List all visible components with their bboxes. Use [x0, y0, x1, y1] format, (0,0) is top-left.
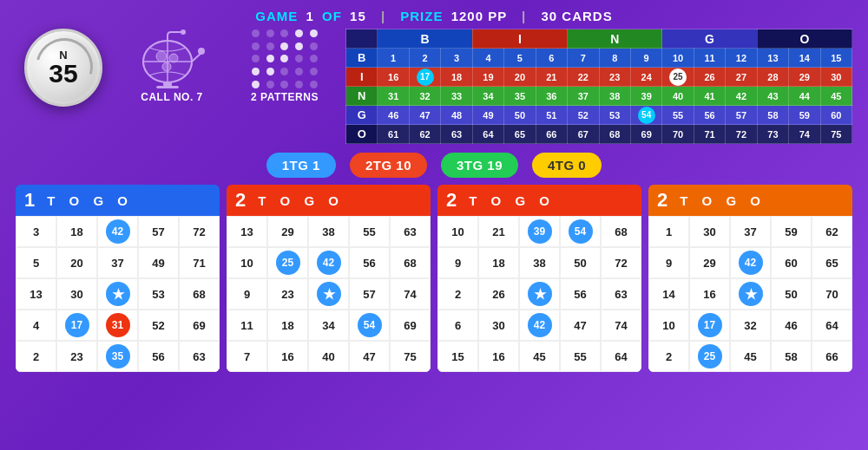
card-cell-1-1: 20 [56, 247, 97, 278]
card-cell-2-1: 26 [478, 278, 519, 310]
card-cell-4-2: 40 [308, 341, 349, 372]
tgo-pill-4TG0: 4TG 0 [532, 153, 602, 178]
card-cell-4-2: 45 [519, 341, 560, 372]
card-cell-3-2: 34 [308, 310, 349, 341]
card-cell-4-0: 15 [437, 341, 478, 372]
card-cell-1-4: 68 [390, 247, 431, 278]
card-cell-0-3: 57 [138, 216, 179, 247]
card-cell-2-4: 70 [812, 278, 852, 310]
card-cell-2-0: 9 [227, 278, 267, 310]
dot-3-2 [280, 68, 288, 75]
dot-2-1 [266, 55, 274, 62]
card-cell-1-4: 71 [179, 247, 220, 278]
card-cell-2-0: 14 [648, 278, 689, 310]
card-cell-1-0: 9 [437, 247, 478, 278]
card-header-0: 1T O G O [16, 185, 220, 216]
card-cell-2-3: 53 [138, 278, 179, 310]
card-cell-1-0: 9 [648, 247, 689, 278]
bingo-card-2: 2T O G O1021395468918385072226★566363042… [437, 185, 641, 372]
card-cell-1-3: 49 [138, 247, 179, 278]
card-cell-4-1: 25 [689, 341, 730, 372]
card-cell-3-4: 69 [390, 310, 431, 341]
card-cell-2-4: 68 [179, 278, 220, 310]
card-num-3: 2 [648, 185, 676, 216]
card-cell-3-3: 54 [349, 310, 390, 341]
card-cell-1-1: 18 [478, 247, 519, 278]
bingo-board: BINGOB123456789101112131415I161718192021… [345, 29, 852, 144]
dot-1-3 [295, 42, 303, 50]
card-cell-3-1: 17 [689, 310, 730, 341]
card-cell-3-2: 31 [97, 310, 138, 341]
card-grid-0: 3184257725203749711330★53684173152692233… [16, 216, 220, 372]
game-header: GAME 1 OF 15 | PRIZE 1200 PP | 30 CARDS [0, 0, 868, 29]
card-cell-4-1: 23 [56, 341, 97, 372]
dot-1-2 [280, 42, 288, 50]
card-cell-1-2: 42 [730, 247, 771, 278]
card-grid-3: 1303759629294260651416★50701017324664225… [648, 216, 852, 372]
card-cell-4-4: 64 [601, 341, 641, 372]
card-cell-3-3: 52 [138, 310, 179, 341]
card-cell-4-0: 2 [16, 341, 56, 372]
dot-4-0 [252, 81, 260, 88]
card-cell-2-1: 16 [689, 278, 730, 310]
prize-label: PRIZE [400, 9, 443, 23]
card-cell-0-4: 72 [179, 216, 220, 247]
card-cell-4-4: 66 [812, 341, 852, 372]
tgo-pill-1TG1: 1TG 1 [266, 153, 336, 178]
card-cell-4-3: 58 [771, 341, 812, 372]
card-cell-2-4: 63 [601, 278, 641, 310]
card-label-3: T O G O [676, 185, 769, 216]
dot-1-0 [252, 42, 260, 50]
tgo-pill-2TG10: 2TG 10 [350, 153, 427, 178]
card-cell-3-4: 69 [179, 310, 220, 341]
dot-4-2 [280, 81, 288, 88]
cards-value: 30 CARDS [541, 9, 612, 23]
card-cell-0-4: 68 [601, 216, 641, 247]
dot-0-4 [310, 29, 318, 37]
card-header-1: 2T O G O [227, 185, 431, 216]
card-cell-0-3: 54 [560, 216, 601, 247]
dot-1-1 [266, 42, 274, 50]
card-cell-4-3: 55 [560, 341, 601, 372]
card-cell-4-2: 45 [730, 341, 771, 372]
svg-point-11 [181, 29, 186, 35]
card-cell-0-1: 29 [267, 216, 308, 247]
sep2: | [522, 9, 526, 23]
card-cell-0-0: 10 [437, 216, 478, 247]
ball-letter: N [59, 49, 67, 61]
card-cell-4-0: 2 [648, 341, 689, 372]
card-header-3: 2T O G O [648, 185, 852, 216]
card-cell-1-3: 60 [771, 247, 812, 278]
card-cell-2-2: ★ [97, 278, 138, 310]
dot-3-1 [266, 68, 274, 75]
card-cell-0-1: 21 [478, 216, 519, 247]
main-area: N 35 CALL NO. 7 [0, 29, 868, 144]
dot-4-4 [310, 81, 318, 88]
card-cell-4-4: 75 [390, 341, 431, 372]
patterns-section: 2 PATTERNS [233, 29, 337, 103]
card-cell-2-0: 2 [437, 278, 478, 310]
card-label-2: T O G O [465, 185, 558, 216]
card-cell-4-3: 47 [349, 341, 390, 372]
dot-3-0 [252, 68, 260, 75]
card-cell-4-1: 16 [267, 341, 308, 372]
dot-4-1 [266, 81, 274, 88]
tgo-pill-3TG19: 3TG 19 [441, 153, 518, 178]
card-cell-0-4: 63 [390, 216, 431, 247]
bingo-card-3: 2T O G O1303759629294260651416★507010173… [648, 185, 852, 372]
card-cell-1-4: 72 [601, 247, 641, 278]
card-grid-2: 1021395468918385072226★56636304247741516… [437, 216, 641, 372]
dot-2-2 [280, 55, 288, 62]
card-cell-4-2: 35 [97, 341, 138, 372]
card-cell-3-3: 47 [560, 310, 601, 341]
machine-section: CALL NO. 7 [120, 29, 224, 103]
machine-icon [137, 29, 207, 89]
of-value: 15 [350, 9, 366, 23]
card-cell-2-3: 50 [771, 278, 812, 310]
pattern-dots [250, 29, 319, 89]
card-cell-4-4: 63 [179, 341, 220, 372]
ball-number: 35 [49, 61, 77, 87]
card-cell-1-2: 42 [308, 247, 349, 278]
card-cell-1-1: 29 [689, 247, 730, 278]
card-cell-1-2: 38 [519, 247, 560, 278]
